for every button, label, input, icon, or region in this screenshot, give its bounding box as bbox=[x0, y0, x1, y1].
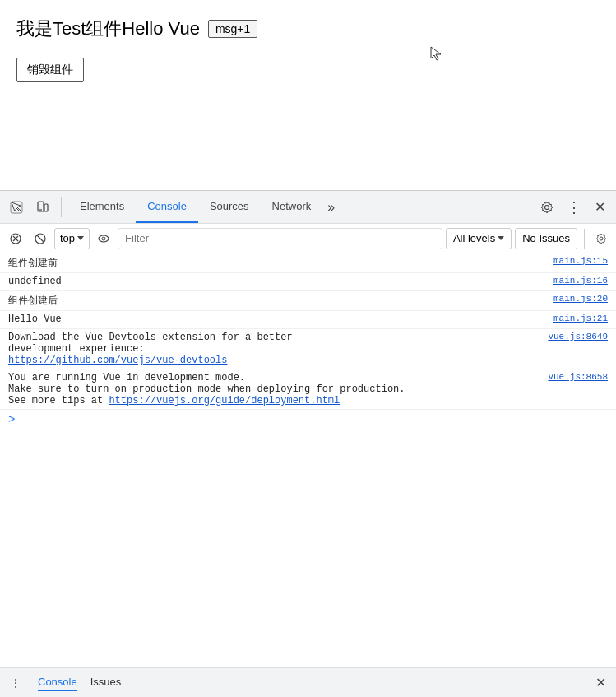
console-text-4: Hello Vue bbox=[8, 314, 545, 325]
tab-sources[interactable]: Sources bbox=[198, 191, 261, 223]
close-icon: ✕ bbox=[595, 199, 605, 215]
console-settings-button[interactable] bbox=[591, 229, 611, 249]
console-secondary-toolbar: top All levels No Issues bbox=[0, 224, 616, 253]
console-link-4[interactable]: main.js:21 bbox=[553, 314, 608, 323]
vue-devtools-link[interactable]: https://github.com/vuejs/vue-devtools bbox=[8, 355, 227, 366]
console-prompt[interactable]: > bbox=[0, 410, 616, 430]
settings-button[interactable] bbox=[535, 196, 558, 219]
svg-point-10 bbox=[99, 235, 109, 242]
svg-rect-0 bbox=[11, 202, 22, 213]
console-row-4: Hello Vue main.js:21 bbox=[0, 311, 616, 329]
vue-deployment-link[interactable]: https://vuejs.org/guide/deployment.html bbox=[109, 395, 340, 407]
console-link-5[interactable]: vue.js:8649 bbox=[548, 332, 608, 366]
svg-point-12 bbox=[600, 237, 603, 240]
block-icon bbox=[35, 233, 46, 244]
status-close-icon: ✕ bbox=[595, 675, 606, 690]
block-button[interactable] bbox=[30, 228, 51, 249]
destroy-button[interactable]: 销毁组件 bbox=[16, 58, 84, 82]
console-link-2[interactable]: main.js:16 bbox=[553, 276, 608, 286]
console-multi-text-2: You are running Vue in development mode.… bbox=[8, 372, 540, 407]
close-devtools-button[interactable]: ✕ bbox=[588, 196, 611, 219]
console-row-2: undefined main.js:16 bbox=[0, 273, 616, 291]
context-selector[interactable]: top bbox=[54, 228, 90, 249]
prompt-symbol: > bbox=[8, 413, 15, 426]
console-row-multi-2: You are running Vue in development mode.… bbox=[0, 369, 616, 410]
filter-input[interactable] bbox=[118, 228, 442, 249]
dropdown-arrow-icon bbox=[77, 236, 84, 240]
console-gear-icon bbox=[595, 233, 607, 244]
status-dots-button[interactable]: ⋮ bbox=[7, 674, 25, 692]
eye-icon bbox=[98, 233, 109, 244]
console-link-1[interactable]: main.js:15 bbox=[553, 256, 608, 266]
clear-icon bbox=[10, 233, 21, 244]
device-icon bbox=[36, 201, 49, 214]
browser-content: 我是Test组件Hello Vue msg+1 销毁组件 bbox=[0, 0, 616, 190]
tab-network[interactable]: Network bbox=[261, 191, 323, 223]
console-row-3: 组件创建后 main.js:20 bbox=[0, 291, 616, 311]
console-row-multi-1: Download the Vue Devtools extension for … bbox=[0, 329, 616, 369]
device-toolbar-button[interactable] bbox=[31, 196, 54, 219]
status-tab-console[interactable]: Console bbox=[38, 674, 77, 691]
clear-console-button[interactable] bbox=[5, 228, 26, 249]
console-row-1: 组件创建前 main.js:15 bbox=[0, 253, 616, 273]
inspect-icon bbox=[10, 201, 23, 214]
page-title: 我是Test组件Hello Vue msg+1 bbox=[16, 16, 600, 41]
dots-icon: ⋮ bbox=[10, 676, 21, 690]
console-row-multi-top-1: Download the Vue Devtools extension for … bbox=[8, 332, 608, 366]
page-title-text: 我是Test组件Hello Vue bbox=[16, 16, 200, 41]
msg-badge: msg+1 bbox=[208, 20, 257, 38]
cursor-icon bbox=[428, 45, 444, 62]
tab-separator bbox=[61, 197, 62, 217]
no-issues-button[interactable]: No Issues bbox=[515, 228, 577, 249]
console-separator bbox=[584, 229, 585, 249]
devtools-panel: Elements Console Sources Network » ⋮ bbox=[0, 190, 616, 667]
settings-gear-icon bbox=[540, 201, 553, 214]
svg-line-9 bbox=[37, 235, 44, 242]
svg-rect-2 bbox=[44, 204, 48, 211]
levels-arrow-icon bbox=[498, 236, 504, 240]
console-multi-text-1: Download the Vue Devtools extension for … bbox=[8, 332, 540, 366]
console-text-1: 组件创建前 bbox=[8, 256, 545, 270]
svg-point-4 bbox=[545, 205, 549, 209]
tab-console[interactable]: Console bbox=[136, 191, 198, 223]
devtools-tabs: Elements Console Sources Network » bbox=[68, 191, 532, 223]
console-link-6[interactable]: vue.js:8658 bbox=[548, 372, 608, 407]
status-tab-issues[interactable]: Issues bbox=[90, 674, 122, 691]
toolbar-right-controls: ⋮ ✕ bbox=[535, 196, 611, 219]
more-tabs-button[interactable]: » bbox=[322, 196, 340, 219]
console-row-multi-top-2: You are running Vue in development mode.… bbox=[8, 372, 608, 407]
log-level-selector[interactable]: All levels bbox=[446, 228, 512, 249]
eye-button[interactable] bbox=[93, 228, 114, 249]
console-link-3[interactable]: main.js:20 bbox=[553, 294, 608, 304]
devtools-tab-bar: Elements Console Sources Network » ⋮ bbox=[0, 191, 616, 224]
tab-elements[interactable]: Elements bbox=[68, 191, 136, 223]
console-text-3: 组件创建后 bbox=[8, 294, 545, 308]
status-bar: ⋮ Console Issues ✕ bbox=[0, 667, 616, 697]
inspect-element-button[interactable] bbox=[5, 196, 28, 219]
console-text-2: undefined bbox=[8, 276, 545, 287]
more-options-button[interactable]: ⋮ bbox=[562, 196, 585, 219]
more-options-icon: ⋮ bbox=[567, 198, 580, 216]
svg-point-11 bbox=[102, 237, 105, 240]
status-close-button[interactable]: ✕ bbox=[591, 674, 609, 692]
console-output: 组件创建前 main.js:15 undefined main.js:16 组件… bbox=[0, 253, 616, 667]
